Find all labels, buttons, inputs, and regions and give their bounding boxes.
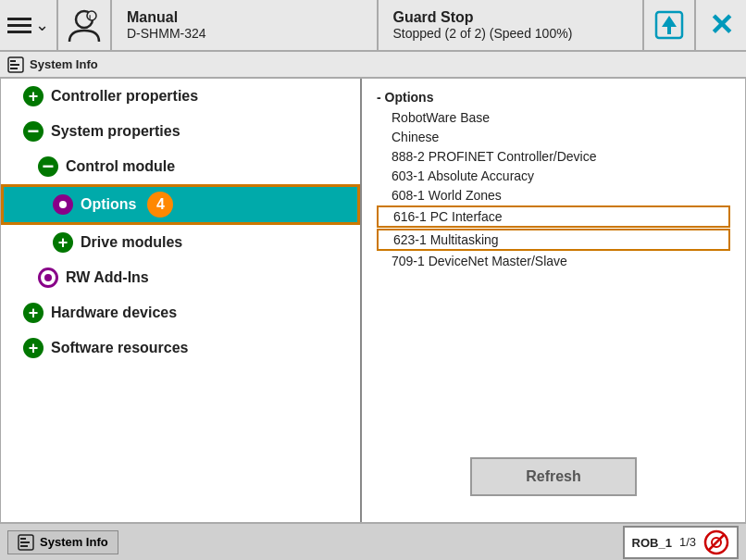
list-item: 709-1 DeviceNet Master/Slave — [377, 252, 730, 270]
header: ⌄ i Manual D-SHMM-324 Guard Stop Stopped… — [0, 0, 746, 52]
device-label: D-SHMM-324 — [127, 26, 362, 41]
user-button[interactable]: i — [58, 0, 112, 50]
list-item: RobotWare Base — [377, 108, 730, 127]
mode-label: Manual — [127, 9, 362, 26]
rob-status-icon — [703, 529, 729, 555]
user-icon: i — [66, 6, 103, 44]
chevron-down-icon[interactable]: ⌄ — [35, 15, 49, 35]
tree-item-options[interactable]: Options 4 — [1, 184, 360, 225]
svg-rect-7 — [10, 64, 19, 66]
list-item: Chinese — [377, 128, 730, 146]
guard-stop-label: Guard Stop — [393, 9, 628, 26]
right-panel: - Options RobotWare Base Chinese 888-2 P… — [362, 79, 745, 522]
left-panel: + Controller properties − System propert… — [1, 79, 362, 522]
tree-item-rw-addins[interactable]: RW Add-Ins — [1, 260, 360, 295]
hamburger-icon[interactable] — [7, 18, 31, 33]
upload-icon — [654, 10, 684, 40]
list-item: 603-1 Absolute Accuracy — [377, 167, 730, 185]
footer-sysinfo-button[interactable]: System Info — [7, 530, 118, 554]
upload-button[interactable] — [642, 0, 694, 50]
options-list-title: - Options — [377, 90, 730, 105]
control-module-label: Control module — [66, 158, 175, 175]
expand-icon: + — [53, 232, 73, 253]
footer-sysinfo-label: System Info — [40, 535, 108, 549]
svg-rect-10 — [20, 538, 26, 540]
tree-item-hardware-devices[interactable]: + Hardware devices — [1, 295, 360, 330]
footer: System Info ROB_1 1/3 — [0, 523, 746, 560]
footer-right: ROB_1 1/3 — [623, 526, 739, 559]
tree-item-control-module[interactable]: − Control module — [1, 149, 360, 184]
list-item: 888-2 PROFINET Controller/Device — [377, 147, 730, 166]
radio-icon — [38, 268, 58, 288]
rw-addins-label: RW Add-Ins — [66, 269, 149, 286]
controller-properties-label: Controller properties — [51, 88, 198, 105]
options-list: - Options RobotWare Base Chinese 888-2 P… — [377, 90, 730, 271]
svg-rect-6 — [10, 60, 16, 62]
drive-modules-label: Drive modules — [81, 234, 182, 251]
refresh-button[interactable]: Refresh — [470, 457, 637, 496]
collapse-icon: − — [23, 121, 44, 142]
rob-fraction: 1/3 — [679, 535, 696, 549]
tree-item-software-resources[interactable]: + Software resources — [1, 330, 360, 366]
svg-marker-4 — [662, 16, 677, 34]
tree-item-drive-modules[interactable]: + Drive modules — [1, 225, 360, 260]
footer-sysinfo-icon — [18, 534, 34, 551]
close-button[interactable]: ✕ — [694, 0, 746, 50]
hardware-devices-label: Hardware devices — [51, 305, 177, 321]
list-item-multitasking: 623-1 Multitasking — [377, 229, 730, 251]
sysinfo-bar-label: System Info — [30, 57, 98, 71]
header-status: Guard Stop Stopped (2 of 2) (Speed 100%) — [379, 0, 643, 50]
software-resources-label: Software resources — [51, 340, 189, 356]
system-properties-label: System properties — [51, 123, 180, 140]
hamburger-area[interactable]: ⌄ — [0, 0, 58, 50]
collapse-icon: − — [38, 156, 58, 177]
close-icon: ✕ — [709, 7, 734, 43]
header-info: Manual D-SHMM-324 — [112, 0, 379, 50]
expand-icon: + — [23, 338, 44, 358]
rob-label: ROB_1 — [632, 534, 672, 551]
svg-rect-8 — [10, 68, 18, 69]
svg-rect-12 — [20, 545, 28, 547]
list-item-pc-interface: 616-1 PC Interface — [377, 205, 730, 228]
expand-icon: + — [23, 86, 44, 106]
refresh-button-container: Refresh — [377, 457, 730, 511]
svg-rect-11 — [20, 541, 30, 543]
tree-item-controller-properties[interactable]: + Controller properties — [1, 79, 360, 114]
sysinfo-titlebar: System Info — [0, 52, 746, 78]
radio-icon — [53, 194, 73, 215]
main-content: + Controller properties − System propert… — [0, 78, 746, 523]
tree-item-system-properties[interactable]: − System properties — [1, 114, 360, 149]
list-item: 608-1 World Zones — [377, 186, 730, 205]
stopped-label: Stopped (2 of 2) (Speed 100%) — [393, 26, 628, 41]
svg-text:i: i — [89, 13, 91, 21]
options-badge: 4 — [147, 192, 173, 218]
expand-icon: + — [23, 303, 44, 323]
sysinfo-bar-icon — [7, 56, 24, 73]
options-label: Options — [81, 196, 136, 213]
